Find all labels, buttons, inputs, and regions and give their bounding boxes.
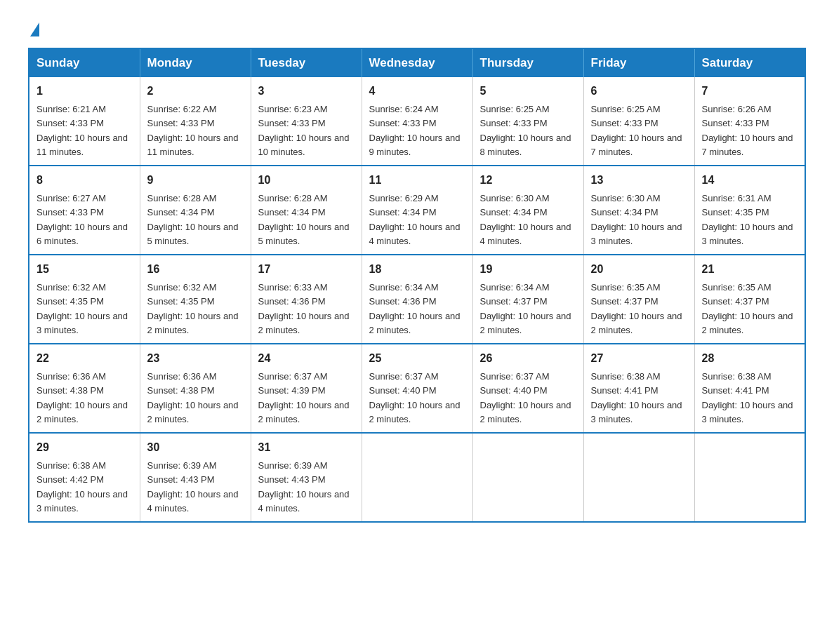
calendar-cell: 22Sunrise: 6:36 AMSunset: 4:38 PMDayligh… xyxy=(29,344,140,433)
day-number: 2 xyxy=(147,83,244,100)
week-row-2: 8Sunrise: 6:27 AMSunset: 4:33 PMDaylight… xyxy=(29,166,805,255)
day-number: 24 xyxy=(258,350,355,367)
day-info: Sunrise: 6:25 AMSunset: 4:33 PMDaylight:… xyxy=(480,104,571,157)
day-number: 19 xyxy=(480,261,576,278)
calendar-cell: 31Sunrise: 6:39 AMSunset: 4:43 PMDayligh… xyxy=(251,433,362,522)
calendar-cell xyxy=(694,433,805,522)
day-number: 7 xyxy=(702,83,798,100)
calendar-cell: 25Sunrise: 6:37 AMSunset: 4:40 PMDayligh… xyxy=(362,344,472,433)
day-number: 15 xyxy=(37,261,133,278)
day-info: Sunrise: 6:26 AMSunset: 4:33 PMDaylight:… xyxy=(702,104,793,157)
calendar-cell: 30Sunrise: 6:39 AMSunset: 4:43 PMDayligh… xyxy=(140,433,251,522)
calendar-cell: 11Sunrise: 6:29 AMSunset: 4:34 PMDayligh… xyxy=(362,166,472,255)
calendar-cell: 16Sunrise: 6:32 AMSunset: 4:35 PMDayligh… xyxy=(140,255,251,344)
day-info: Sunrise: 6:30 AMSunset: 4:34 PMDaylight:… xyxy=(591,193,682,246)
day-number: 27 xyxy=(591,350,687,367)
day-info: Sunrise: 6:24 AMSunset: 4:33 PMDaylight:… xyxy=(369,104,461,157)
header-sunday: Sunday xyxy=(29,48,140,77)
day-info: Sunrise: 6:31 AMSunset: 4:35 PMDaylight:… xyxy=(702,193,793,246)
day-number: 8 xyxy=(37,172,133,189)
day-number: 13 xyxy=(591,172,687,189)
calendar-cell: 20Sunrise: 6:35 AMSunset: 4:37 PMDayligh… xyxy=(583,255,694,344)
calendar-cell: 7Sunrise: 6:26 AMSunset: 4:33 PMDaylight… xyxy=(694,77,805,166)
day-number: 14 xyxy=(702,172,798,189)
day-number: 26 xyxy=(480,350,576,367)
day-info: Sunrise: 6:39 AMSunset: 4:43 PMDaylight:… xyxy=(258,460,350,514)
calendar-cell: 27Sunrise: 6:38 AMSunset: 4:41 PMDayligh… xyxy=(583,344,694,433)
day-info: Sunrise: 6:37 AMSunset: 4:39 PMDaylight:… xyxy=(258,371,350,424)
day-number: 22 xyxy=(37,350,133,367)
calendar-cell: 3Sunrise: 6:23 AMSunset: 4:33 PMDaylight… xyxy=(251,77,362,166)
calendar-cell: 1Sunrise: 6:21 AMSunset: 4:33 PMDaylight… xyxy=(29,77,140,166)
day-number: 28 xyxy=(702,350,798,367)
week-row-3: 15Sunrise: 6:32 AMSunset: 4:35 PMDayligh… xyxy=(29,255,805,344)
page-header xyxy=(28,21,806,34)
calendar-cell: 21Sunrise: 6:35 AMSunset: 4:37 PMDayligh… xyxy=(694,255,805,344)
day-number: 11 xyxy=(369,172,465,189)
calendar-cell: 9Sunrise: 6:28 AMSunset: 4:34 PMDaylight… xyxy=(140,166,251,255)
day-info: Sunrise: 6:35 AMSunset: 4:37 PMDaylight:… xyxy=(702,282,793,335)
header-row: SundayMondayTuesdayWednesdayThursdayFrid… xyxy=(29,48,805,77)
calendar-header: SundayMondayTuesdayWednesdayThursdayFrid… xyxy=(29,48,805,77)
day-info: Sunrise: 6:38 AMSunset: 4:41 PMDaylight:… xyxy=(591,371,682,424)
day-info: Sunrise: 6:37 AMSunset: 4:40 PMDaylight:… xyxy=(480,371,571,424)
calendar-cell: 19Sunrise: 6:34 AMSunset: 4:37 PMDayligh… xyxy=(472,255,583,344)
day-number: 4 xyxy=(369,83,465,100)
day-number: 10 xyxy=(258,172,355,189)
calendar-cell: 23Sunrise: 6:36 AMSunset: 4:38 PMDayligh… xyxy=(140,344,251,433)
day-number: 9 xyxy=(147,172,244,189)
day-info: Sunrise: 6:34 AMSunset: 4:37 PMDaylight:… xyxy=(480,282,571,335)
day-number: 21 xyxy=(702,261,798,278)
day-info: Sunrise: 6:36 AMSunset: 4:38 PMDaylight:… xyxy=(147,371,239,424)
calendar-cell: 14Sunrise: 6:31 AMSunset: 4:35 PMDayligh… xyxy=(694,166,805,255)
day-info: Sunrise: 6:25 AMSunset: 4:33 PMDaylight:… xyxy=(591,104,682,157)
day-info: Sunrise: 6:32 AMSunset: 4:35 PMDaylight:… xyxy=(147,282,239,335)
day-info: Sunrise: 6:27 AMSunset: 4:33 PMDaylight:… xyxy=(37,193,128,246)
calendar-cell: 18Sunrise: 6:34 AMSunset: 4:36 PMDayligh… xyxy=(362,255,472,344)
calendar-cell: 8Sunrise: 6:27 AMSunset: 4:33 PMDaylight… xyxy=(29,166,140,255)
day-info: Sunrise: 6:35 AMSunset: 4:37 PMDaylight:… xyxy=(591,282,682,335)
day-number: 1 xyxy=(37,83,133,100)
header-saturday: Saturday xyxy=(694,48,805,77)
day-number: 5 xyxy=(480,83,576,100)
day-info: Sunrise: 6:37 AMSunset: 4:40 PMDaylight:… xyxy=(369,371,461,424)
header-friday: Friday xyxy=(583,48,694,77)
day-number: 31 xyxy=(258,439,355,456)
day-info: Sunrise: 6:29 AMSunset: 4:34 PMDaylight:… xyxy=(369,193,461,246)
day-info: Sunrise: 6:30 AMSunset: 4:34 PMDaylight:… xyxy=(480,193,571,246)
day-info: Sunrise: 6:33 AMSunset: 4:36 PMDaylight:… xyxy=(258,282,350,335)
day-info: Sunrise: 6:22 AMSunset: 4:33 PMDaylight:… xyxy=(147,104,239,157)
calendar-cell: 29Sunrise: 6:38 AMSunset: 4:42 PMDayligh… xyxy=(29,433,140,522)
week-row-1: 1Sunrise: 6:21 AMSunset: 4:33 PMDaylight… xyxy=(29,77,805,166)
header-monday: Monday xyxy=(140,48,251,77)
calendar-cell: 13Sunrise: 6:30 AMSunset: 4:34 PMDayligh… xyxy=(583,166,694,255)
calendar-cell: 17Sunrise: 6:33 AMSunset: 4:36 PMDayligh… xyxy=(251,255,362,344)
calendar-cell: 4Sunrise: 6:24 AMSunset: 4:33 PMDaylight… xyxy=(362,77,472,166)
week-row-4: 22Sunrise: 6:36 AMSunset: 4:38 PMDayligh… xyxy=(29,344,805,433)
day-number: 17 xyxy=(258,261,355,278)
calendar-cell xyxy=(583,433,694,522)
calendar-table: SundayMondayTuesdayWednesdayThursdayFrid… xyxy=(28,48,806,523)
day-info: Sunrise: 6:36 AMSunset: 4:38 PMDaylight:… xyxy=(37,371,128,424)
calendar-cell: 28Sunrise: 6:38 AMSunset: 4:41 PMDayligh… xyxy=(694,344,805,433)
day-number: 30 xyxy=(147,439,244,456)
day-info: Sunrise: 6:21 AMSunset: 4:33 PMDaylight:… xyxy=(37,104,128,157)
day-info: Sunrise: 6:34 AMSunset: 4:36 PMDaylight:… xyxy=(369,282,461,335)
day-info: Sunrise: 6:28 AMSunset: 4:34 PMDaylight:… xyxy=(147,193,239,246)
day-info: Sunrise: 6:28 AMSunset: 4:34 PMDaylight:… xyxy=(258,193,350,246)
header-tuesday: Tuesday xyxy=(251,48,362,77)
day-number: 6 xyxy=(591,83,687,100)
calendar-cell: 5Sunrise: 6:25 AMSunset: 4:33 PMDaylight… xyxy=(472,77,583,166)
day-number: 16 xyxy=(147,261,244,278)
week-row-5: 29Sunrise: 6:38 AMSunset: 4:42 PMDayligh… xyxy=(29,433,805,522)
day-number: 29 xyxy=(37,439,133,456)
day-number: 20 xyxy=(591,261,687,278)
calendar-cell: 12Sunrise: 6:30 AMSunset: 4:34 PMDayligh… xyxy=(472,166,583,255)
calendar-cell: 2Sunrise: 6:22 AMSunset: 4:33 PMDaylight… xyxy=(140,77,251,166)
day-info: Sunrise: 6:32 AMSunset: 4:35 PMDaylight:… xyxy=(37,282,128,335)
calendar-body: 1Sunrise: 6:21 AMSunset: 4:33 PMDaylight… xyxy=(29,77,805,522)
calendar-cell: 6Sunrise: 6:25 AMSunset: 4:33 PMDaylight… xyxy=(583,77,694,166)
day-info: Sunrise: 6:39 AMSunset: 4:43 PMDaylight:… xyxy=(147,460,239,514)
calendar-cell xyxy=(362,433,472,522)
day-number: 23 xyxy=(147,350,244,367)
